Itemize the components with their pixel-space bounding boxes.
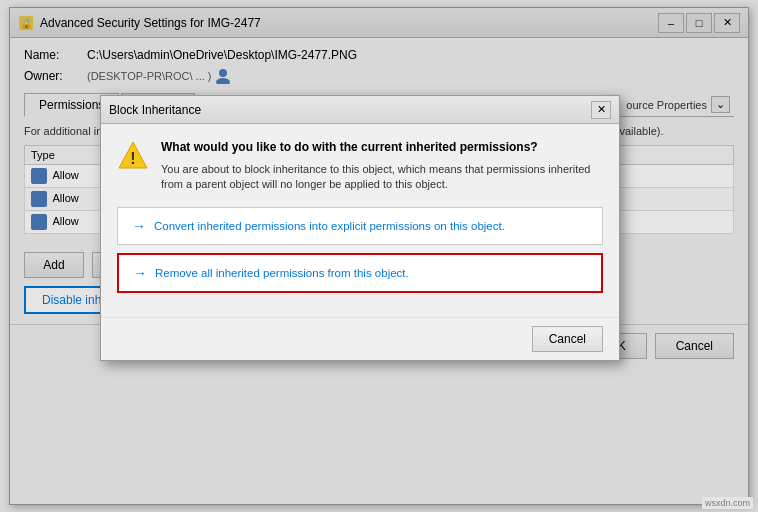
warning-icon: !	[117, 140, 149, 172]
dialog-question: What would you like to do with the curre…	[161, 140, 603, 154]
convert-permissions-button[interactable]: → Convert inherited permissions into exp…	[117, 207, 603, 245]
remove-permissions-button[interactable]: → Remove all inherited permissions from …	[117, 253, 603, 293]
option1-label: Convert inherited permissions into expli…	[154, 220, 505, 232]
dialog-title: Block Inheritance	[109, 103, 201, 117]
dialog-text-block: What would you like to do with the curre…	[161, 140, 603, 193]
dialog-close-button[interactable]: ✕	[591, 101, 611, 119]
block-inheritance-dialog: Block Inheritance ✕ ! What would you lik…	[100, 95, 620, 361]
dialog-body: ! What would you like to do with the cur…	[101, 124, 619, 317]
arrow-icon-1: →	[132, 218, 146, 234]
svg-text:!: !	[130, 150, 135, 167]
dialog-footer: Cancel	[101, 317, 619, 360]
dialog-title-bar: Block Inheritance ✕	[101, 96, 619, 124]
dialog-header: ! What would you like to do with the cur…	[117, 140, 603, 193]
arrow-icon-2: →	[133, 265, 147, 281]
option2-label: Remove all inherited permissions from th…	[155, 267, 409, 279]
dialog-description: You are about to block inheritance to th…	[161, 162, 603, 193]
dialog-cancel-button[interactable]: Cancel	[532, 326, 603, 352]
